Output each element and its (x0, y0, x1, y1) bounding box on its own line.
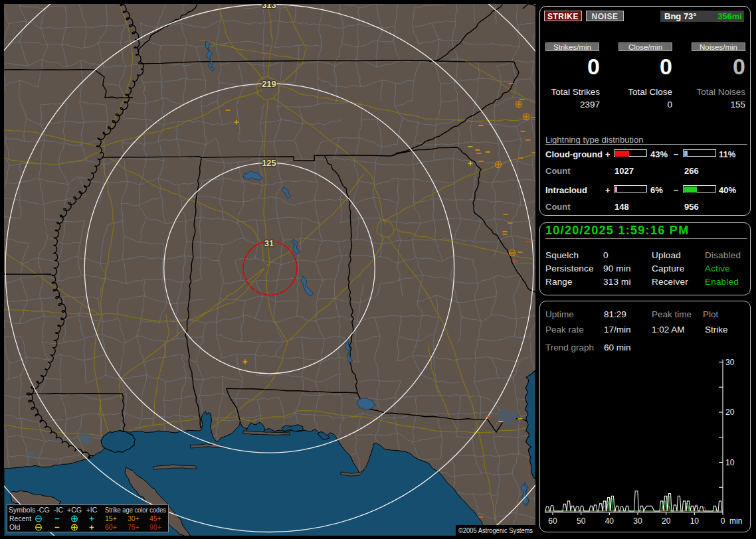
svg-text:75+: 75+ (128, 523, 140, 531)
svg-text:40: 40 (605, 516, 614, 526)
svg-text:20: 20 (662, 516, 671, 526)
svg-text:60: 60 (548, 516, 557, 526)
svg-text:0: 0 (721, 516, 725, 526)
svg-text:50: 50 (577, 516, 586, 526)
svg-text:-IC: -IC (54, 506, 63, 514)
svg-text:+IC: +IC (86, 506, 98, 514)
svg-text:Symbols: Symbols (9, 506, 35, 514)
svg-text:125: 125 (262, 158, 276, 168)
svg-text:31: 31 (264, 238, 274, 248)
svg-text:-CG: -CG (37, 506, 49, 514)
svg-text:20: 20 (725, 408, 735, 417)
svg-text:min: min (729, 516, 742, 526)
svg-text:30: 30 (725, 358, 735, 367)
svg-text:10: 10 (725, 458, 735, 467)
svg-text:30: 30 (633, 516, 642, 526)
svg-text:30+: 30+ (128, 514, 140, 522)
svg-text:60+: 60+ (105, 523, 117, 531)
svg-text:45+: 45+ (149, 514, 161, 522)
svg-text:Old: Old (9, 523, 21, 531)
svg-text:10: 10 (690, 516, 700, 526)
svg-text:219: 219 (262, 79, 276, 89)
svg-text:15+: 15+ (105, 514, 117, 522)
svg-text:+CG: +CG (67, 506, 82, 514)
svg-text:Strike age color codes: Strike age color codes (105, 506, 166, 514)
svg-text:90+: 90+ (149, 523, 161, 531)
svg-text:©2005 Astrogenic Systems: ©2005 Astrogenic Systems (458, 526, 533, 534)
svg-text:Recent: Recent (9, 514, 31, 522)
